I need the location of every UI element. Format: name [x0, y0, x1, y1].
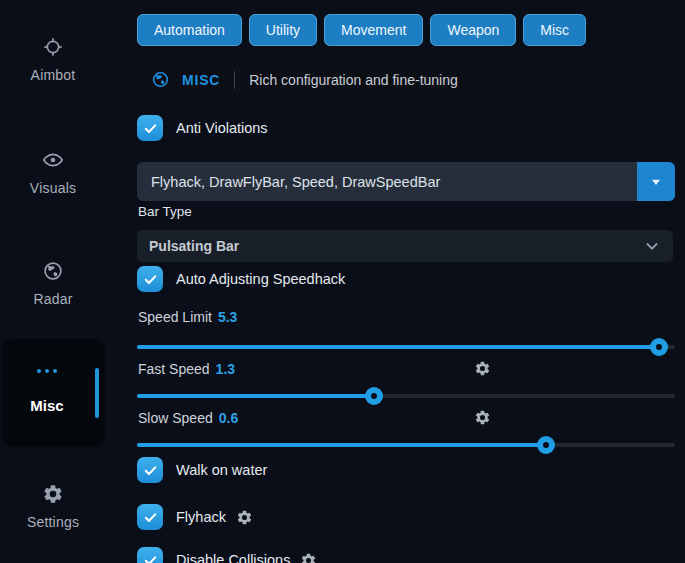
select-value: Pulsating Bar — [149, 238, 239, 254]
slider-fill — [137, 394, 374, 398]
checkbox-label: Flyhack — [176, 509, 226, 525]
checkbox-disable-collisions[interactable]: Disable Collisions — [137, 547, 317, 563]
chevron-down-icon — [643, 237, 661, 255]
tab-automation[interactable]: Automation — [137, 14, 242, 46]
tab-utility[interactable]: Utility — [249, 14, 317, 46]
ellipsis-icon — [2, 369, 92, 373]
tab-movement[interactable]: Movement — [324, 14, 423, 46]
section-header: MISC Rich configuration and fine-tuning — [137, 60, 575, 99]
gear-icon[interactable] — [236, 509, 253, 526]
gear-icon[interactable] — [474, 360, 491, 377]
sidebar-item-label: Misc — [2, 397, 92, 414]
sidebar-item-aimbot[interactable]: Aimbot — [0, 36, 106, 83]
slider-value: 0.6 — [219, 410, 238, 426]
slider-fill — [137, 443, 546, 447]
sidebar-item-label: Settings — [0, 514, 106, 530]
crosshair-icon — [42, 36, 64, 58]
checkbox-label: Disable Collisions — [176, 552, 290, 563]
slider-thumb[interactable] — [537, 436, 555, 454]
category-tabs: Automation Utility Movement Weapon Misc — [137, 14, 586, 46]
checkbox-walk-on-water[interactable]: Walk on water — [137, 457, 267, 483]
triangle-down-icon — [648, 174, 664, 190]
sidebar-item-visuals[interactable]: Visuals — [0, 149, 106, 196]
slider-label-fast-speed: Fast Speed1.3 — [138, 361, 675, 377]
sidebar-item-label: Radar — [0, 291, 106, 307]
sidebar: Aimbot Visuals Radar Misc — [0, 0, 130, 563]
checkbox-checked-icon[interactable] — [137, 115, 163, 141]
gear-icon[interactable] — [474, 409, 491, 426]
multiselect-dropdown-button[interactable] — [637, 162, 675, 201]
active-indicator — [95, 368, 99, 418]
section-description: Rich configuration and fine-tuning — [249, 72, 458, 88]
slider-value: 1.3 — [216, 361, 235, 377]
bar-type-label: Bar Type — [138, 204, 192, 219]
bar-type-select[interactable]: Pulsating Bar — [137, 230, 673, 262]
slider-value: 5.3 — [218, 309, 237, 325]
slider-fast-speed[interactable] — [137, 387, 675, 405]
divider — [234, 71, 235, 89]
checkbox-checked-icon[interactable] — [137, 457, 163, 483]
checkbox-label: Anti Violations — [176, 120, 268, 136]
slider-label-speed-limit: Speed Limit5.3 — [138, 309, 237, 325]
tab-weapon[interactable]: Weapon — [430, 14, 516, 46]
checkbox-anti-violations[interactable]: Anti Violations — [137, 115, 268, 141]
main-panel: Automation Utility Movement Weapon Misc … — [137, 0, 675, 563]
tab-misc[interactable]: Misc — [523, 14, 586, 46]
slider-thumb[interactable] — [365, 387, 383, 405]
sidebar-item-settings[interactable]: Settings — [0, 483, 106, 530]
gear-icon — [42, 483, 64, 505]
section-title: MISC — [182, 72, 220, 88]
sidebar-item-radar[interactable]: Radar — [0, 260, 106, 307]
globe-icon — [151, 70, 170, 89]
bar-multiselect[interactable]: Flyhack, DrawFlyBar, Speed, DrawSpeedBar — [137, 162, 675, 201]
checkbox-checked-icon[interactable] — [137, 504, 163, 530]
eye-icon — [42, 149, 64, 171]
sidebar-item-misc[interactable]: Misc — [2, 339, 105, 447]
checkbox-checked-icon[interactable] — [137, 547, 163, 563]
slider-fill — [137, 345, 659, 349]
checkbox-auto-adjusting-speedhack[interactable]: Auto Adjusting Speedhack — [137, 266, 345, 292]
checkbox-flyhack[interactable]: Flyhack — [137, 504, 253, 530]
slider-thumb[interactable] — [650, 338, 668, 356]
multiselect-value: Flyhack, DrawFlyBar, Speed, DrawSpeedBar — [137, 174, 637, 190]
sidebar-item-label: Aimbot — [0, 67, 106, 83]
slider-slow-speed[interactable] — [137, 436, 675, 454]
globe-icon — [42, 260, 64, 282]
slider-label-slow-speed: Slow Speed0.6 — [138, 410, 675, 426]
gear-icon[interactable] — [300, 552, 317, 563]
slider-speed-limit[interactable] — [137, 338, 675, 356]
checkbox-label: Walk on water — [176, 462, 267, 478]
checkbox-label: Auto Adjusting Speedhack — [176, 271, 345, 287]
checkbox-checked-icon[interactable] — [137, 266, 163, 292]
sidebar-item-label: Visuals — [0, 180, 106, 196]
